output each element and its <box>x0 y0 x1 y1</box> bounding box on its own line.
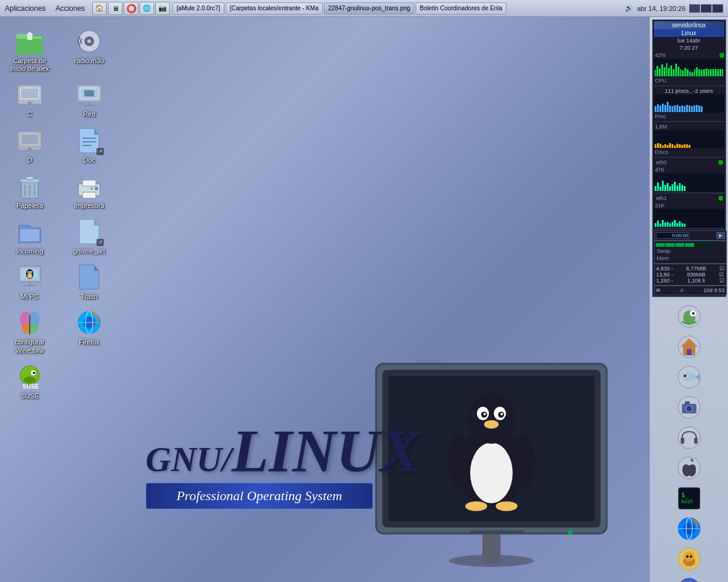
svg-rect-9 <box>21 89 38 98</box>
stats-1-val: 939MiB <box>687 272 706 278</box>
sidebar-icon-headphones[interactable] <box>675 423 704 452</box>
icon-row-2: D ↗ Doc <box>2 124 116 167</box>
taskbar-top: Aplicaciones Acciones 🏠 🖥 ⭕ 🌐 📷 [aMule 2… <box>0 0 728 17</box>
eth-timer-row: ▶ <box>656 232 725 239</box>
desktop-icon-impresora[interactable]: Impresora <box>62 169 116 212</box>
sidebar-icon-camera[interactable] <box>675 393 704 422</box>
svg-point-77 <box>484 413 486 415</box>
svg-rect-92 <box>687 349 692 355</box>
proc-label: Proc <box>654 113 724 120</box>
win-btn-2[interactable]: 22847-gnulinux-pos_trans.png <box>324 2 414 15</box>
trash-blue-icon <box>75 263 104 292</box>
desktop-icon-firefox[interactable]: Firefox <box>62 306 116 349</box>
quick-monitor-btn[interactable]: 🖥 <box>108 2 123 15</box>
svg-text:$_: $_ <box>681 492 689 499</box>
gnome-art-label: gnome_art <box>73 247 106 255</box>
desktop-icon-red[interactable]: Red <box>62 78 116 121</box>
svg-rect-36 <box>20 229 39 241</box>
sidebar-icon-gnome[interactable] <box>675 302 704 331</box>
win-btn-3[interactable]: Boletin Coordinadores de Enla <box>416 2 507 15</box>
firefox-desktop-icon <box>75 308 104 337</box>
desktop-icon-incoming[interactable]: Incoming <box>2 215 57 258</box>
sidebar-icon-home[interactable] <box>675 332 704 361</box>
icon-row-6: configurarWine.sxw Firefox <box>2 306 116 356</box>
disk-section: 1,6M <box>654 123 724 158</box>
sidebar-icon-amule[interactable] <box>675 544 704 574</box>
desktop-icon-drive-d[interactable]: D <box>2 124 57 167</box>
menu-items: Aplicaciones Acciones <box>0 3 90 14</box>
disk-graph <box>654 130 724 149</box>
doc-arrow: ↗ <box>96 148 104 155</box>
stats-2-check: ☑ <box>720 278 724 284</box>
swap-bar-row-1 <box>656 243 725 247</box>
cpu-pct: 42% <box>654 52 667 59</box>
papelera-label: Papelera <box>16 202 43 210</box>
menu-acciones[interactable]: Acciones <box>50 3 90 14</box>
volume-icon[interactable]: 🔊 <box>625 4 633 12</box>
desktop-icon-radio[interactable]: radio.m3u <box>62 24 116 67</box>
svg-rect-103 <box>694 438 698 444</box>
sidebar-icon-apple[interactable] <box>675 453 704 483</box>
win-btn-1[interactable]: [Carpetas locales/entrante - KMa <box>226 2 323 15</box>
sidebar-icon-terminal[interactable]: $_ bash <box>675 484 704 513</box>
wine-icon <box>15 308 44 337</box>
proc-graph <box>654 95 724 113</box>
suse-icon: SUSE <box>15 362 44 391</box>
svg-rect-99 <box>685 401 690 404</box>
stats-line-2: 1,260 - 1,106 li ☑ <box>656 278 725 284</box>
desktop-icon-doc[interactable]: ↗ Doc <box>62 124 116 167</box>
svg-point-119 <box>690 555 692 558</box>
eth1-section: eth1 21K <box>654 195 724 229</box>
desktop-icon-papelera[interactable]: Papelera <box>2 169 57 212</box>
desktop-icon-suse[interactable]: SUSE SUSE <box>2 360 57 403</box>
folder-home-label: Carpeta deinicio de alex <box>10 57 49 73</box>
quick-circle-btn[interactable]: ⭕ <box>124 2 138 15</box>
sidebar-icon-fish[interactable] <box>675 363 704 392</box>
svg-point-100 <box>687 407 691 410</box>
network-icon <box>75 80 104 109</box>
professional-banner: Professional Operating System <box>146 483 373 509</box>
svg-point-42 <box>27 273 32 278</box>
swap-section: Swap Mem <box>654 241 727 264</box>
swap-label: Swap <box>656 247 725 255</box>
menu-aplicaciones[interactable]: Aplicaciones <box>0 3 50 14</box>
icon-row-7: SUSE SUSE <box>2 360 57 403</box>
incoming-icon <box>15 217 44 246</box>
desktop-icon-gnome-art[interactable]: ↗ gnome_art <box>62 215 116 258</box>
desktop: Aplicaciones Acciones 🏠 🖥 ⭕ 🌐 📷 [aMule 2… <box>0 0 728 582</box>
svg-point-5 <box>87 39 91 43</box>
mail-widget: ✉ -/- 10d 9:53 <box>654 286 727 295</box>
eth-control: ▶ <box>654 230 727 241</box>
quick-globe-btn[interactable]: 🌐 <box>140 2 154 15</box>
quick-home-btn[interactable]: 🏠 <box>92 2 107 15</box>
drive-d-label: D <box>27 156 32 164</box>
desktop-icon-configurar-wine[interactable]: configurarWine.sxw <box>2 306 57 356</box>
linux-big-text: LINUX <box>232 421 420 481</box>
trash-label: Trash <box>81 293 98 301</box>
svg-text:bash: bash <box>681 499 693 504</box>
desktop-icon-drive-c[interactable]: C <box>2 78 57 121</box>
printer-icon <box>75 172 104 201</box>
svg-rect-33 <box>83 192 96 198</box>
desktop-icon-mi-pc[interactable]: Mi PC <box>2 260 57 303</box>
win-btn-0[interactable]: [aMule 2.0.0rc7] <box>172 2 224 15</box>
quick-camera-btn[interactable]: 📷 <box>155 2 170 15</box>
disk-val: 1,6M <box>654 123 724 130</box>
sidebar-app-icons: $_ bash <box>675 299 704 582</box>
sysmon-date: lue 14abr <box>654 37 724 44</box>
desktop-icon-carpeta-inicio[interactable]: Carpeta deinicio de alex <box>2 24 57 75</box>
sidebar-icon-email[interactable]: @ <box>675 575 704 582</box>
svg-rect-84 <box>470 530 525 534</box>
eth-reset-btn[interactable]: ▶ <box>716 232 725 239</box>
icon-row-4: Incoming ↗ gnome_art <box>2 215 116 258</box>
svg-marker-1 <box>26 32 33 35</box>
cpu-section: 42% <box>654 52 724 86</box>
window-buttons: [aMule 2.0.0rc7] [Carpetas locales/entra… <box>172 2 625 15</box>
svg-rect-2 <box>27 35 32 40</box>
drive-d-icon <box>15 126 44 155</box>
sidebar-icon-firefox[interactable] <box>675 514 704 543</box>
eth0-val: 47K <box>654 166 724 173</box>
svg-point-94 <box>682 373 696 381</box>
desktop-icon-trash[interactable]: Trash <box>62 260 116 303</box>
eth-timer-input[interactable] <box>656 232 689 239</box>
